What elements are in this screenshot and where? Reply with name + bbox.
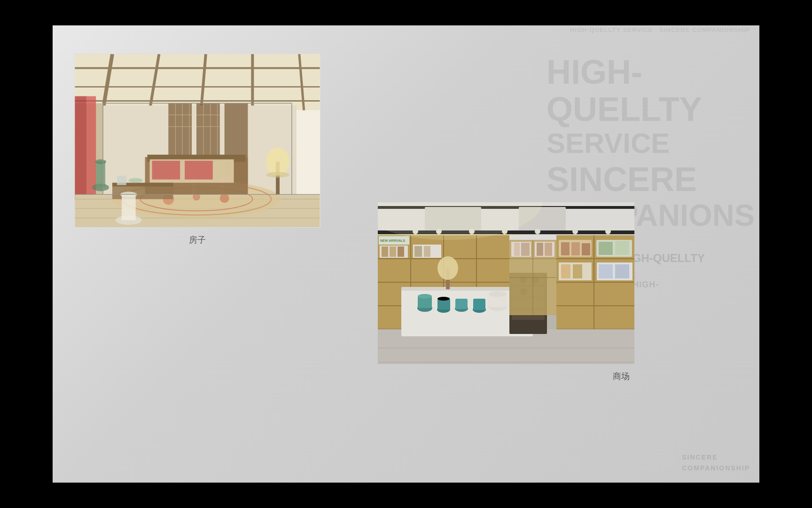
- left-image-caption: 房子: [74, 234, 320, 246]
- store-photo: NEW ARRIVALS: [378, 202, 634, 364]
- wm-high: HIGH-: [547, 54, 755, 91]
- bottom-wm-sincere: SINCERE: [682, 453, 718, 461]
- presentation-slide: HIGH-QUELLTY SERVICE · SINCERE COMPANION…: [53, 25, 759, 483]
- right-image-section: NEW ARRIVALS: [378, 202, 634, 382]
- wm-sincere: SINCERE: [547, 161, 755, 198]
- right-image-caption: 商场: [378, 371, 634, 382]
- svg-rect-60: [75, 54, 320, 227]
- wm-service: SERVICE: [547, 128, 755, 159]
- store-frame: NEW ARRIVALS: [378, 202, 634, 364]
- sketch-frame: [74, 54, 320, 228]
- bottom-watermark: SINCERE COMPANIONSHIP: [682, 452, 750, 473]
- bottom-wm-companionship: COMPANIONSHIP: [682, 464, 750, 472]
- wm-quellty: QUELLTY: [547, 91, 755, 128]
- room-sketch: [75, 54, 320, 227]
- watermark-small-top: HIGH-QUELLTY SERVICE · SINCERE COMPANION…: [570, 25, 750, 35]
- left-image-section: 房子: [74, 54, 320, 246]
